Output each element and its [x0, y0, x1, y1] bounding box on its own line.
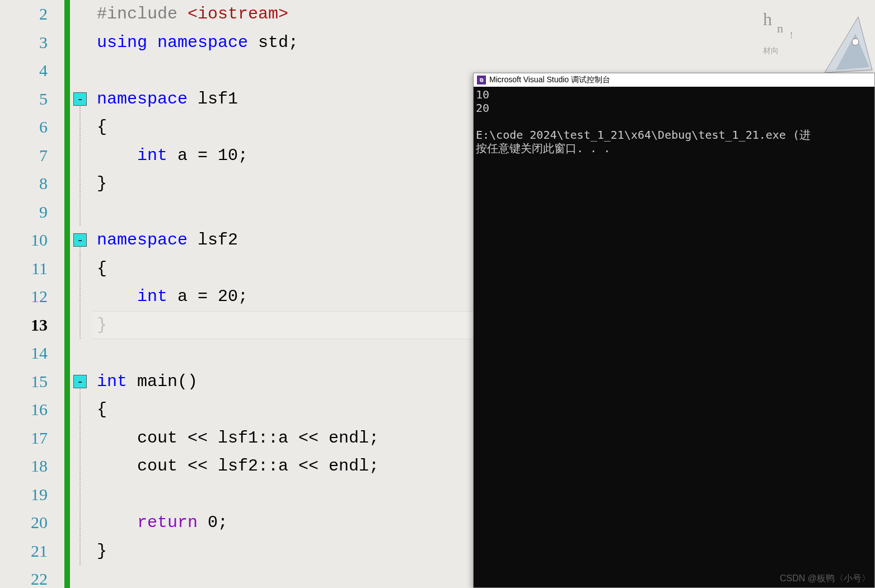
- line-number[interactable]: 9: [0, 198, 64, 227]
- line-number-gutter: 2 3 4 5 6 7 8 9 10 11 12 13 14 15 16 17 …: [0, 0, 64, 588]
- fold-guide: [79, 106, 81, 225]
- fold-column: - - -: [70, 0, 92, 588]
- line-number[interactable]: 10: [0, 226, 64, 255]
- fold-toggle[interactable]: -: [73, 92, 87, 106]
- line-number[interactable]: 6: [0, 113, 64, 142]
- line-number[interactable]: 5: [0, 85, 64, 114]
- fold-guide: [79, 389, 81, 565]
- code-line[interactable]: #include <iostream>: [92, 0, 875, 29]
- console-output[interactable]: 10 20 E:\code 2024\test_1_21\x64\Debug\t…: [474, 87, 874, 156]
- line-number[interactable]: 14: [0, 339, 64, 368]
- vs-icon: ⧉: [477, 76, 486, 84]
- line-number[interactable]: 2: [0, 0, 64, 29]
- line-number[interactable]: 12: [0, 283, 64, 311]
- line-number[interactable]: 4: [0, 57, 64, 85]
- line-number[interactable]: 18: [0, 452, 64, 481]
- line-number[interactable]: 3: [0, 29, 64, 57]
- line-number[interactable]: 17: [0, 424, 64, 453]
- console-titlebar[interactable]: ⧉ Microsoft Visual Studio 调试控制台: [474, 73, 874, 87]
- console-title: Microsoft Visual Studio 调试控制台: [489, 75, 610, 85]
- line-number[interactable]: 15: [0, 368, 64, 396]
- fold-toggle[interactable]: -: [73, 233, 87, 247]
- line-number[interactable]: 7: [0, 142, 64, 170]
- line-number[interactable]: 11: [0, 255, 64, 283]
- fold-toggle[interactable]: -: [73, 375, 87, 388]
- line-number[interactable]: 16: [0, 396, 64, 424]
- line-number[interactable]: 19: [0, 481, 64, 509]
- change-indicator-bar: [64, 0, 70, 588]
- line-number[interactable]: 20: [0, 509, 64, 537]
- line-number[interactable]: 22: [0, 565, 64, 588]
- line-number-current[interactable]: 13: [0, 311, 64, 340]
- line-number[interactable]: 21: [0, 537, 64, 566]
- code-line[interactable]: using namespace std;: [92, 29, 875, 57]
- fold-guide: [79, 247, 81, 338]
- debug-console-window[interactable]: ⧉ Microsoft Visual Studio 调试控制台 10 20 E:…: [473, 73, 875, 588]
- line-number[interactable]: 8: [0, 170, 64, 198]
